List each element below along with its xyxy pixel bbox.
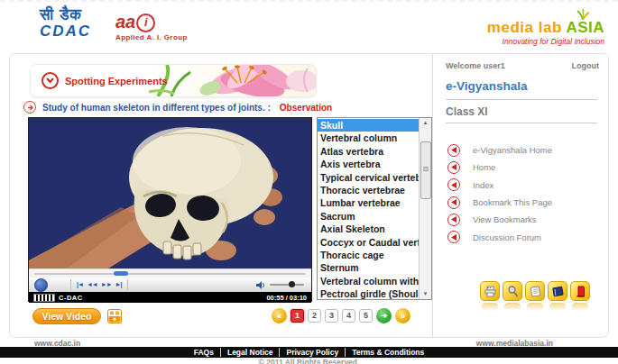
spotting-experiments-banner: Spotting Experiments <box>30 64 317 97</box>
experiment-title-line: Study of human skeleton in different typ… <box>23 101 332 114</box>
controls-divider <box>127 279 128 290</box>
fast-forward-button[interactable]: ►► <box>99 278 114 291</box>
scroll-up-icon[interactable]: ▲ <box>420 118 431 128</box>
sidebar-nav-label: Discussion Forum <box>473 232 541 242</box>
stop-button[interactable] <box>52 280 63 290</box>
cdac-stripe-logo-icon <box>33 294 55 302</box>
skeleton-list-item[interactable]: Axis vertebra <box>318 158 419 170</box>
skeleton-list: SkullVertebral columnAtlas vertebraAxis … <box>318 118 419 299</box>
first-page-button[interactable]: « <box>272 308 287 323</box>
chevron-down-circle-icon <box>42 72 59 89</box>
skeleton-list-item[interactable]: Atlas vertebra <box>318 145 419 158</box>
media-lab-asia-wordmark: media lab asia <box>487 20 604 35</box>
pause-button[interactable] <box>34 278 48 292</box>
scrollbar-thumb[interactable] <box>420 141 431 199</box>
video-frame-skull[interactable] <box>29 118 311 268</box>
sidebar-nav-label: Home <box>473 162 495 172</box>
page-button[interactable]: 1 <box>291 309 304 323</box>
main-content-box: Spotting Experiments Study of human skel… <box>9 53 609 338</box>
player-brand: C-DAC <box>59 294 83 302</box>
video-file-icon[interactable] <box>107 309 122 323</box>
view-video-button[interactable]: View Video <box>32 308 101 324</box>
aai-logo-text: aai <box>115 13 188 32</box>
seek-bar[interactable] <box>29 268 311 278</box>
exit-icon[interactable] <box>570 281 590 301</box>
page-button[interactable]: 4 <box>342 309 355 323</box>
evigyanshala-title: e-Vigyanshala <box>446 79 528 93</box>
cdac-logo: सी डैक CDAC <box>40 7 91 39</box>
top-header: सी डैक CDAC aai Applied A. I. Group medi… <box>0 2 618 51</box>
skeleton-list-item[interactable]: Pectroal girdle (Shoulder) <box>318 287 419 299</box>
divider <box>446 123 597 123</box>
banner-title: Spotting Experiments <box>65 76 168 86</box>
footer-link[interactable]: Privacy Policy <box>279 348 345 357</box>
page-button[interactable]: 5 <box>359 309 373 323</box>
aai-ring-icon: i <box>136 14 155 32</box>
sidebar-nav-label: Bookmark This Page <box>473 197 552 207</box>
footer-link[interactable]: FAQs <box>188 348 220 357</box>
skeleton-list-item[interactable]: Sternum <box>318 261 419 274</box>
cdac-logo-hindi: सी डैक <box>40 7 91 23</box>
skeleton-list-item[interactable]: Skull <box>318 119 419 132</box>
cdac-logo-latin: CDAC <box>40 23 91 39</box>
skeleton-list-item[interactable]: Typical cervical vertebrae <box>318 171 419 184</box>
sidebar-nav-item[interactable]: Discussion Forum <box>447 228 603 245</box>
skeleton-parts-listbox: SkullVertebral columnAtlas vertebraAxis … <box>317 117 432 300</box>
divider <box>446 99 597 100</box>
footer-link[interactable]: Terms & Conditions <box>345 348 430 357</box>
last-page-button[interactable]: » <box>395 308 410 323</box>
sidebar-nav-label: e-Vigyanshala Home <box>473 145 552 155</box>
sidebar-nav-item[interactable]: Index <box>447 177 603 194</box>
circle-arrow-left-icon <box>447 144 460 157</box>
skeleton-list-item[interactable]: Sacrum <box>318 210 419 223</box>
skeleton-list-item[interactable]: Thoracic cage <box>318 249 419 261</box>
scroll-down-icon[interactable]: ▼ <box>420 289 431 299</box>
sidebar-nav-item[interactable]: Home <box>447 159 603 176</box>
volume-slider[interactable] <box>270 284 304 286</box>
notes-icon[interactable] <box>525 281 545 301</box>
sidebar-nav-item[interactable]: View Bookmarks <box>447 211 603 228</box>
circle-arrow-left-icon <box>447 231 460 243</box>
sidebar-nav-label: Index <box>473 180 493 190</box>
speaker-icon[interactable] <box>256 281 266 289</box>
printer-icon[interactable] <box>480 281 500 301</box>
sidebar-nav-item[interactable]: Bookmark This Page <box>447 194 603 211</box>
class-label: Class XI <box>446 105 488 118</box>
sidebar-tools <box>480 281 590 301</box>
aai-group-logo: aai Applied A. I. Group <box>115 13 188 41</box>
book-icon[interactable] <box>548 281 567 301</box>
volume-control <box>256 281 311 289</box>
page-button[interactable]: 2 <box>308 309 321 323</box>
page-button[interactable]: 3 <box>325 309 338 323</box>
listbox-scrollbar[interactable]: ▲ ▼ <box>419 118 431 299</box>
rewind-button[interactable]: ◄◄ <box>85 278 99 291</box>
logout-link[interactable]: Logout <box>572 61 600 70</box>
footer-urls: www.cdac.in www.medialabasia.in <box>0 339 618 347</box>
skeleton-list-item[interactable]: Coccyx or Caudal vertebrae <box>318 236 419 249</box>
skeleton-list-item[interactable]: Thoracic vertebrae <box>318 184 419 196</box>
skeleton-list-item[interactable]: Lumbar vertebrae <box>318 196 419 209</box>
circle-arrow-left-icon <box>447 161 460 174</box>
search-icon[interactable] <box>503 281 522 301</box>
experiment-mode: Observation <box>280 103 332 113</box>
sidebar-nav-item[interactable]: e-Vigyanshala Home <box>447 141 603 159</box>
controls-divider <box>70 279 71 290</box>
next-page-button[interactable]: ➜ <box>376 308 392 323</box>
pagination: « 12345 ➜ » <box>272 308 410 323</box>
footer-links-bar: FAQsLegal NoticePrivacy PolicyTerms & Co… <box>0 347 618 358</box>
previous-frame-button[interactable]: |◄ <box>75 278 85 291</box>
copyright-notice: © 2011 All Rights Reserved. <box>0 358 618 364</box>
aai-logo-subtext: Applied A. I. Group <box>115 34 188 41</box>
seek-thumb[interactable] <box>114 271 128 276</box>
arrow-circle-icon <box>23 101 36 114</box>
skeleton-list-item[interactable]: Axial Skeleton <box>318 223 419 235</box>
skeleton-list-item[interactable]: Vertebral column with ribs <box>318 275 419 287</box>
volume-thumb[interactable] <box>289 281 295 287</box>
player-status-bar: C-DAC 00:55 / 03:10 <box>29 292 311 303</box>
circle-arrow-left-icon <box>447 178 460 191</box>
next-frame-button[interactable]: ►| <box>114 278 124 291</box>
skeleton-list-item[interactable]: Vertebral column <box>318 132 419 144</box>
welcome-user-label: Welcome user1 <box>446 61 505 70</box>
video-player: |◄ ◄◄ ►► ►| C-DAC 00:55 / 03:10 <box>28 117 312 302</box>
footer-link[interactable]: Legal Notice <box>220 348 280 357</box>
